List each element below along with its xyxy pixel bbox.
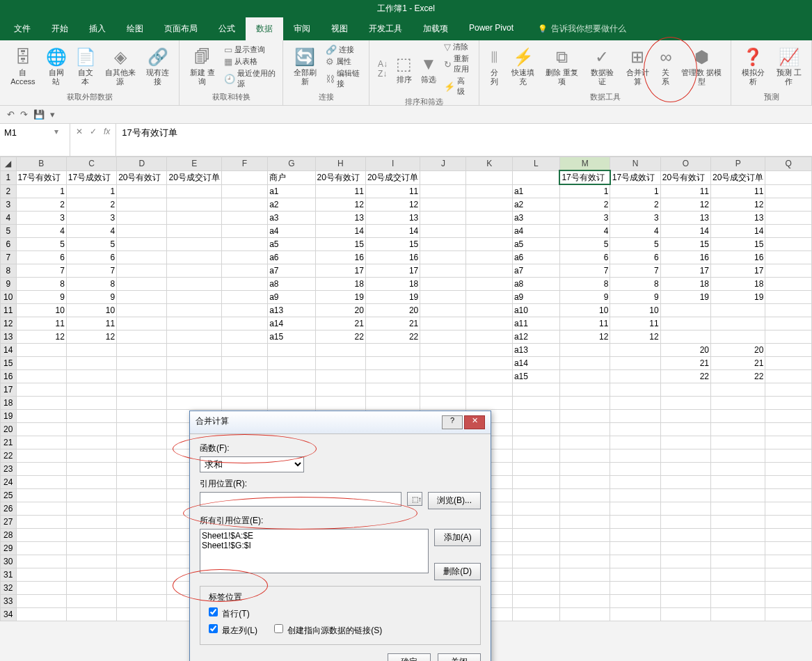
cell[interactable]	[559, 542, 610, 555]
range-select-button[interactable]: ⬚↑	[407, 492, 422, 506]
cell[interactable]	[711, 489, 765, 502]
cell[interactable]	[16, 555, 66, 568]
cell[interactable]: 10	[559, 304, 610, 317]
cell[interactable]: a13	[268, 304, 315, 317]
cell[interactable]	[66, 463, 116, 476]
cell[interactable]	[610, 542, 660, 555]
cell[interactable]	[512, 529, 559, 542]
row-header[interactable]: 24	[1, 476, 17, 489]
cell[interactable]	[466, 383, 512, 397]
dropdown-icon[interactable]: ▾	[50, 109, 55, 120]
cell[interactable]	[660, 568, 710, 582]
cell[interactable]	[66, 516, 116, 529]
cell[interactable]	[365, 344, 420, 357]
cell[interactable]	[117, 264, 167, 278]
cell[interactable]	[167, 370, 221, 383]
cell[interactable]	[117, 304, 167, 317]
cell[interactable]	[765, 397, 812, 410]
cell[interactable]	[420, 184, 466, 198]
cell[interactable]	[221, 357, 267, 370]
cell[interactable]: 2	[16, 198, 66, 212]
row-header[interactable]: 26	[1, 502, 17, 516]
cell[interactable]: 20	[365, 304, 420, 317]
cell[interactable]: 16	[315, 251, 365, 264]
cell[interactable]	[512, 436, 559, 449]
cell[interactable]	[466, 344, 512, 357]
cell[interactable]	[66, 344, 116, 357]
cell[interactable]	[221, 317, 267, 330]
row-header[interactable]: 34	[1, 608, 17, 621]
cell[interactable]	[16, 595, 66, 608]
fx-icon[interactable]: fx	[104, 127, 110, 136]
cell[interactable]	[16, 344, 66, 357]
cell[interactable]: 1	[66, 184, 116, 198]
cell[interactable]	[221, 278, 267, 291]
cell[interactable]	[512, 568, 559, 582]
cell[interactable]: 9	[559, 291, 610, 304]
row-header[interactable]: 32	[1, 582, 17, 595]
dialog-close-button[interactable]: ✕	[464, 415, 485, 429]
cell[interactable]	[221, 170, 267, 184]
row-header[interactable]: 15	[1, 357, 17, 370]
cell[interactable]: 12	[610, 330, 660, 344]
cell[interactable]	[466, 357, 512, 370]
cell[interactable]	[765, 463, 812, 476]
cell[interactable]	[167, 212, 221, 225]
row-header[interactable]: 21	[1, 436, 17, 449]
row-header[interactable]: 28	[1, 529, 17, 542]
cell[interactable]	[167, 344, 221, 357]
cell[interactable]	[420, 383, 466, 397]
cell[interactable]: 17	[660, 264, 710, 278]
cell[interactable]: 19	[660, 291, 710, 304]
cell[interactable]	[660, 489, 710, 502]
cell[interactable]: 10	[16, 304, 66, 317]
cell[interactable]	[268, 383, 315, 397]
accept-formula-icon[interactable]: ✓	[90, 127, 97, 136]
cell[interactable]: 15	[711, 238, 765, 251]
col-header-O[interactable]: O	[660, 157, 710, 171]
cell[interactable]: 2	[610, 198, 660, 212]
row-header[interactable]: 14	[1, 344, 17, 357]
add-button[interactable]: 添加(A)	[434, 529, 481, 546]
cell[interactable]	[167, 198, 221, 212]
cell[interactable]	[512, 449, 559, 463]
cell[interactable]	[16, 542, 66, 555]
cell[interactable]	[711, 304, 765, 317]
row-header[interactable]: 11	[1, 304, 17, 317]
cell[interactable]: 17	[315, 264, 365, 278]
col-header-P[interactable]: P	[711, 157, 765, 171]
cell[interactable]	[66, 582, 116, 595]
cell[interactable]: a8	[268, 278, 315, 291]
cell[interactable]	[512, 410, 559, 423]
cell[interactable]	[765, 238, 812, 251]
cell[interactable]: 19	[711, 291, 765, 304]
row-header[interactable]: 12	[1, 317, 17, 330]
cell[interactable]: 20	[315, 304, 365, 317]
cell[interactable]: 19	[365, 291, 420, 304]
cell[interactable]	[765, 170, 812, 184]
cell[interactable]	[765, 330, 812, 344]
cell[interactable]	[66, 397, 116, 410]
cell[interactable]: 9	[16, 291, 66, 304]
cell[interactable]	[221, 225, 267, 238]
cell[interactable]	[660, 463, 710, 476]
cell[interactable]	[16, 489, 66, 502]
cell[interactable]	[711, 502, 765, 516]
cell[interactable]	[711, 542, 765, 555]
cell[interactable]	[66, 370, 116, 383]
cell[interactable]	[66, 410, 116, 423]
cell[interactable]	[711, 568, 765, 582]
cell[interactable]	[466, 251, 512, 264]
cell[interactable]: 12	[315, 198, 365, 212]
cell[interactable]	[420, 198, 466, 212]
cell[interactable]	[221, 304, 267, 317]
consolidate-button[interactable]: ⊞合并计算	[620, 45, 655, 88]
filter-button[interactable]: ▼筛选	[416, 52, 441, 86]
cell[interactable]: 8	[66, 278, 116, 291]
cell[interactable]	[420, 304, 466, 317]
cell[interactable]	[765, 542, 812, 555]
cell[interactable]	[711, 516, 765, 529]
cell[interactable]	[765, 225, 812, 238]
cell[interactable]	[420, 264, 466, 278]
cell[interactable]	[765, 502, 812, 516]
